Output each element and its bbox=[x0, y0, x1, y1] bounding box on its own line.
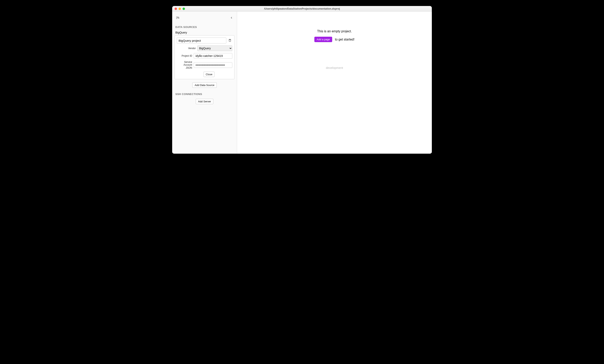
project-id-row: Project ID bbox=[177, 53, 232, 59]
window-title: /Users/philipeaton/DataStationProjects/d… bbox=[172, 7, 432, 10]
svg-point-3 bbox=[178, 17, 179, 18]
add-server-row: Add Server bbox=[175, 99, 235, 104]
search-list-icon[interactable] bbox=[175, 16, 180, 20]
svg-line-4 bbox=[179, 18, 179, 19]
vendor-label: Vendor bbox=[177, 47, 196, 50]
add-page-button[interactable]: Add a page bbox=[315, 37, 332, 42]
section-heading-ssh: SSH CONNECTIONS bbox=[175, 93, 234, 96]
project-id-label: Project ID bbox=[177, 54, 192, 57]
data-source-name-input[interactable] bbox=[177, 37, 226, 44]
card-header-row bbox=[177, 37, 232, 44]
data-source-card: Vendor BigQuery Project ID Service Accou… bbox=[175, 35, 235, 79]
add-server-button[interactable]: Add Server bbox=[196, 99, 213, 104]
empty-project-message: This is an empty project. bbox=[317, 30, 352, 33]
delete-data-source-button[interactable] bbox=[227, 38, 232, 43]
cta-row: Add a page to get started! bbox=[315, 37, 354, 42]
project-id-input[interactable] bbox=[194, 53, 232, 59]
add-data-source-button[interactable]: Add Data Source bbox=[192, 82, 216, 88]
window-minimize-icon[interactable] bbox=[178, 8, 181, 10]
service-account-input[interactable] bbox=[194, 62, 232, 68]
window-maximize-icon[interactable] bbox=[183, 8, 185, 10]
add-data-source-row: Add Data Source bbox=[175, 82, 235, 88]
traffic-lights bbox=[172, 8, 185, 10]
close-data-source-button[interactable]: Close bbox=[203, 72, 214, 77]
vendor-row: Vendor BigQuery bbox=[177, 46, 232, 51]
app-window: /Users/philipeaton/DataStationProjects/d… bbox=[172, 6, 432, 154]
data-source-label: BigQuery bbox=[175, 31, 234, 34]
service-account-label: Service Account JSON bbox=[177, 61, 192, 69]
window-close-icon[interactable] bbox=[175, 8, 177, 10]
vendor-select[interactable]: BigQuery bbox=[197, 46, 232, 51]
section-heading-data-sources: DATA SOURCES bbox=[175, 25, 234, 29]
svg-rect-5 bbox=[229, 40, 231, 41]
collapse-sidebar-icon[interactable] bbox=[229, 16, 234, 20]
app-body: DATA SOURCES BigQuery Vendor bbox=[172, 12, 432, 154]
main-content: This is an empty project. Add a page to … bbox=[237, 12, 432, 154]
service-account-row: Service Account JSON bbox=[177, 61, 232, 69]
titlebar: /Users/philipeaton/DataStationProjects/d… bbox=[172, 6, 432, 12]
sidebar-top-controls bbox=[175, 14, 235, 24]
cta-suffix-text: to get started! bbox=[335, 38, 354, 41]
sidebar: DATA SOURCES BigQuery Vendor bbox=[172, 12, 237, 154]
close-row: Close bbox=[186, 72, 232, 77]
environment-label: development bbox=[326, 66, 343, 70]
